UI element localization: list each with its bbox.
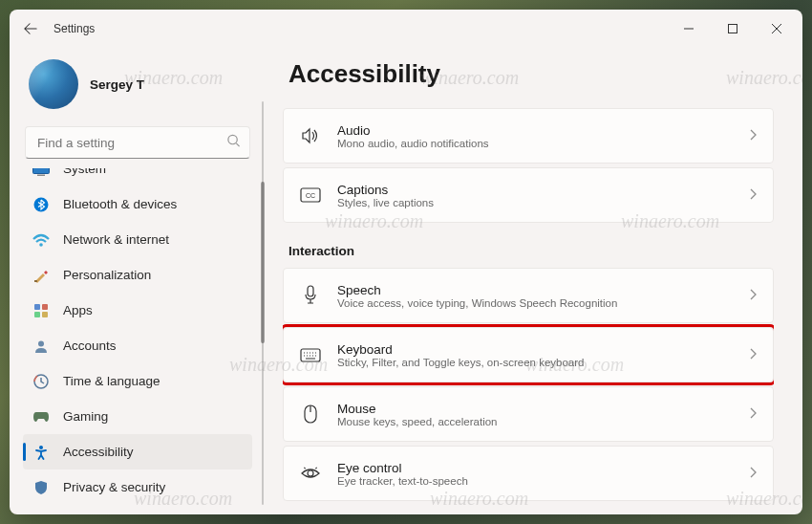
- svg-text:CC: CC: [306, 192, 315, 199]
- minimize-button[interactable]: [667, 13, 711, 44]
- chevron-right-icon: [750, 465, 758, 482]
- card-title: Captions: [337, 183, 750, 197]
- svg-point-5: [39, 243, 43, 247]
- sidebar-item-bluetooth[interactable]: Bluetooth & devices: [23, 186, 252, 222]
- keyboard-icon: [299, 343, 322, 366]
- mouse-icon: [299, 403, 322, 426]
- privacy-icon: [32, 479, 50, 496]
- profile-name: Sergey T: [90, 77, 144, 92]
- maximize-button[interactable]: [711, 13, 755, 44]
- sidebar-item-update[interactable]: Windows Update: [23, 505, 252, 514]
- card-sub: Sticky, Filter, and Toggle keys, on-scre…: [337, 357, 750, 368]
- card-title: Eye control: [337, 461, 750, 475]
- sidebar-item-label: System: [63, 168, 106, 176]
- chevron-right-icon: [750, 346, 758, 363]
- card-sub: Eye tracker, text-to-speech: [337, 475, 750, 487]
- card-sub: Mono audio, audio notifications: [337, 138, 750, 149]
- search-input[interactable]: [25, 126, 250, 159]
- sidebar-item-system[interactable]: System: [23, 168, 252, 186]
- speech-icon: [299, 284, 322, 307]
- minimize-icon: [684, 24, 694, 33]
- search-icon: [226, 134, 241, 152]
- svg-point-13: [39, 446, 43, 449]
- back-button[interactable]: [13, 11, 48, 46]
- sidebar-item-gaming[interactable]: Gaming: [23, 399, 252, 434]
- sidebar-item-label: Privacy & security: [63, 480, 165, 494]
- system-icon: [32, 168, 50, 178]
- svg-rect-16: [308, 286, 313, 296]
- sidebar-item-personalization[interactable]: Personalization: [23, 257, 252, 293]
- eye-icon: [299, 462, 322, 485]
- svg-point-19: [308, 470, 313, 476]
- gaming-icon: [32, 408, 50, 426]
- card-speech[interactable]: Speech Voice access, voice typing, Windo…: [283, 268, 774, 323]
- sidebar-item-label: Network & internet: [63, 232, 169, 247]
- sidebar-item-accessibility[interactable]: Accessibility: [23, 434, 252, 469]
- maximize-icon: [728, 24, 737, 33]
- settings-window: Settings Sergey T Syst: [10, 10, 802, 514]
- content: Audio Mono audio, audio notifications CC…: [283, 108, 774, 514]
- svg-point-1: [228, 135, 237, 143]
- avatar: [29, 59, 78, 109]
- window-controls: [667, 13, 799, 44]
- card-sub: Styles, live captions: [337, 197, 750, 208]
- scrollbar-thumb[interactable]: [261, 182, 265, 343]
- sidebar-item-time[interactable]: Time & language: [23, 363, 252, 399]
- card-audio[interactable]: Audio Mono audio, audio notifications: [283, 108, 774, 164]
- page-title: Accessibility: [283, 48, 774, 108]
- sidebar: Sergey T System Bluetooth & devices: [10, 48, 266, 514]
- apps-icon: [32, 302, 50, 319]
- card-sub: Voice access, voice typing, Windows Spee…: [337, 297, 750, 309]
- chevron-right-icon: [750, 287, 758, 304]
- sidebar-item-accounts[interactable]: Accounts: [23, 328, 252, 363]
- captions-icon: CC: [299, 184, 322, 207]
- chevron-right-icon: [750, 127, 758, 144]
- sidebar-item-apps[interactable]: Apps: [23, 293, 252, 328]
- sidebar-item-label: Apps: [63, 303, 93, 317]
- sidebar-item-label: Gaming: [63, 409, 108, 424]
- bluetooth-icon: [32, 196, 50, 213]
- svg-rect-6: [34, 280, 37, 282]
- svg-rect-0: [729, 25, 737, 33]
- scrollbar[interactable]: [262, 101, 264, 505]
- svg-rect-2: [33, 168, 50, 173]
- sidebar-item-network[interactable]: Network & internet: [23, 222, 252, 257]
- personalization-icon: [32, 267, 50, 284]
- nav: System Bluetooth & devices Network & int…: [21, 168, 254, 514]
- card-sub: Mouse keys, speed, acceleration: [337, 416, 750, 427]
- card-mouse[interactable]: Mouse Mouse keys, speed, acceleration: [283, 386, 774, 442]
- profile[interactable]: Sergey T: [21, 48, 254, 126]
- close-button[interactable]: [755, 13, 799, 44]
- sidebar-item-label: Time & language: [63, 374, 160, 388]
- section-interaction: Interaction: [283, 227, 774, 268]
- sidebar-item-label: Bluetooth & devices: [63, 197, 177, 211]
- back-arrow-icon: [24, 22, 37, 35]
- titlebar: Settings: [10, 10, 802, 48]
- svg-point-11: [38, 340, 44, 346]
- sidebar-item-label: Accounts: [63, 338, 117, 353]
- accounts-icon: [32, 338, 50, 355]
- sidebar-item-privacy[interactable]: Privacy & security: [23, 469, 252, 505]
- svg-rect-7: [34, 304, 40, 310]
- svg-rect-9: [34, 312, 40, 317]
- sidebar-item-label: Personalization: [63, 268, 151, 282]
- time-icon: [32, 373, 50, 390]
- accessibility-icon: [32, 444, 50, 461]
- chevron-right-icon: [750, 186, 758, 204]
- card-title: Speech: [337, 283, 750, 297]
- card-title: Mouse: [337, 402, 750, 416]
- card-captions[interactable]: CC Captions Styles, live captions: [283, 167, 774, 223]
- sidebar-item-label: Accessibility: [63, 445, 134, 459]
- update-icon: [32, 514, 50, 515]
- chevron-right-icon: [750, 405, 758, 423]
- svg-rect-10: [42, 312, 48, 317]
- search-box: [25, 126, 250, 159]
- card-title: Keyboard: [337, 342, 750, 357]
- card-eye[interactable]: Eye control Eye tracker, text-to-speech: [283, 446, 774, 501]
- window-body: Sergey T System Bluetooth & devices: [10, 48, 802, 514]
- network-icon: [32, 231, 50, 249]
- card-keyboard[interactable]: Keyboard Sticky, Filter, and Toggle keys…: [283, 327, 774, 382]
- audio-icon: [299, 124, 322, 147]
- svg-rect-3: [37, 174, 45, 176]
- svg-rect-8: [42, 304, 48, 310]
